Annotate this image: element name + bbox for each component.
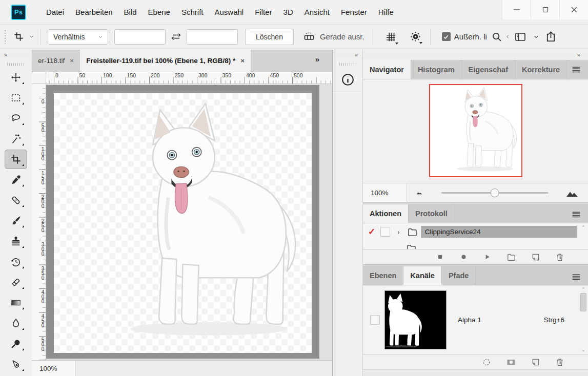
actions-scrollbar[interactable]: ⌃ <box>580 225 587 247</box>
strip-collapse-button[interactable]: « <box>333 50 362 60</box>
close-button[interactable] <box>559 0 588 19</box>
options-grip[interactable] <box>4 30 6 44</box>
record-icon[interactable] <box>459 253 468 261</box>
zoom-out-icon[interactable] <box>415 189 424 197</box>
load-selection-icon[interactable] <box>482 358 491 367</box>
menu-item[interactable]: Fenster <box>335 5 373 19</box>
panel-tab[interactable]: Eigenschaf <box>462 60 515 79</box>
zoom-in-icon[interactable] <box>565 186 579 200</box>
new-channel-icon[interactable] <box>531 358 540 367</box>
panel-tab[interactable]: Ebenen <box>363 266 403 285</box>
panel-tab[interactable]: Protokoll <box>409 204 455 223</box>
horizontal-ruler[interactable]: 050100150200250300350400450500 <box>46 72 332 84</box>
marquee-tool[interactable] <box>5 88 27 108</box>
menu-item[interactable]: Ebene <box>143 5 176 19</box>
channels-scrollbar[interactable]: ⌃ ⌄ <box>580 287 587 352</box>
active-tool-preset[interactable] <box>13 31 35 42</box>
save-selection-as-channel-icon[interactable] <box>506 357 516 367</box>
action-row[interactable]: ✓ › ClippingService24 <box>363 223 588 240</box>
lasso-tool[interactable] <box>5 109 27 128</box>
action-enabled-check-icon[interactable]: ✓ <box>363 226 380 237</box>
menu-item[interactable]: Ansicht <box>299 5 335 19</box>
stop-playback-icon[interactable] <box>436 253 444 261</box>
gradient-tool[interactable] <box>5 293 27 312</box>
document-tab[interactable]: er-118.tif × <box>32 50 80 72</box>
panel-tab[interactable]: Aktionen <box>363 204 409 223</box>
alpha-channel-thumbnail[interactable] <box>384 290 447 349</box>
pen-tool[interactable] <box>5 354 27 374</box>
menu-item[interactable]: 3D <box>278 5 299 19</box>
channel-visibility-checkbox[interactable] <box>370 315 380 325</box>
scrollbar-thumb[interactable] <box>580 293 586 311</box>
ratio-select[interactable]: Verhältnis <box>48 29 108 45</box>
action-dialog-checkbox[interactable] <box>380 227 390 237</box>
magic-wand-tool[interactable] <box>5 129 27 149</box>
crop-height-input[interactable] <box>187 29 238 45</box>
eyedropper-tool[interactable] <box>5 170 27 190</box>
dodge-tool[interactable] <box>5 334 27 353</box>
menu-item[interactable]: Bearbeiten <box>70 5 118 19</box>
close-tab-icon[interactable]: × <box>70 57 74 65</box>
play-icon[interactable] <box>483 253 492 261</box>
straighten-icon[interactable] <box>303 31 315 43</box>
info-panel-button[interactable] <box>333 68 362 92</box>
panels-collapse-button[interactable]: » <box>363 50 588 60</box>
new-action-set-folder-icon[interactable] <box>506 252 516 262</box>
close-tab-icon[interactable]: × <box>240 57 245 65</box>
blur-tool[interactable] <box>5 314 27 333</box>
channel-row[interactable]: Alpha 1 Strg+6 <box>363 285 579 354</box>
crop-settings-gear-icon[interactable] <box>410 31 421 42</box>
tab-overflow-button[interactable]: » <box>306 55 329 64</box>
panel-tab[interactable]: Kanäle <box>403 266 442 285</box>
crop-tool[interactable] <box>5 150 27 169</box>
healing-brush-tool[interactable] <box>5 191 27 210</box>
navigator-thumbnail[interactable] <box>429 84 522 177</box>
menu-item[interactable]: Auswahl <box>209 5 250 19</box>
channels-panel-menu-icon[interactable] <box>571 271 588 283</box>
eraser-tool[interactable] <box>5 273 27 292</box>
minimize-button[interactable] <box>502 0 531 19</box>
image-canvas[interactable] <box>54 93 312 353</box>
swap-dimensions-icon[interactable] <box>171 31 181 42</box>
strip-grip[interactable] <box>339 63 357 66</box>
toolbar-collapse-button[interactable]: » <box>0 50 32 60</box>
canvas-viewport[interactable] <box>46 84 332 360</box>
panel-tab[interactable]: Pfade <box>442 266 476 285</box>
brush-tool[interactable] <box>5 211 27 231</box>
menu-item[interactable]: Schrift <box>176 5 209 19</box>
zoom-slider-thumb[interactable] <box>491 188 499 197</box>
share-icon[interactable] <box>545 31 557 43</box>
delete-cropped-pixels-checkbox[interactable] <box>442 32 451 41</box>
workspace-chevron-down-icon[interactable] <box>533 33 540 40</box>
clone-stamp-tool[interactable] <box>5 232 27 251</box>
move-tool[interactable] <box>5 68 27 87</box>
workspace-icon[interactable] <box>514 31 526 43</box>
toolbar-grip[interactable] <box>7 63 25 66</box>
overlay-grid-icon[interactable] <box>386 31 397 43</box>
menu-item[interactable]: Hilfe <box>373 5 399 19</box>
document-tab[interactable]: Freisteller-119.tif bei 100% (Ebene 1, R… <box>80 50 251 72</box>
navigator-zoom-field[interactable]: 100% <box>363 183 407 202</box>
maximize-button[interactable] <box>531 0 559 19</box>
menu-item[interactable]: Datei <box>40 5 70 19</box>
search-icon[interactable] <box>491 31 502 43</box>
panel-tab[interactable]: Histogram <box>411 60 462 79</box>
panel-tab[interactable]: Korrekture <box>515 60 567 79</box>
navigator-zoom-slider[interactable] <box>432 183 557 202</box>
panel-tab[interactable]: Navigator <box>363 60 411 79</box>
delete-channel-trash-icon[interactable] <box>555 358 564 367</box>
zoom-level-field[interactable]: 100% <box>32 361 76 376</box>
expand-chevron-icon[interactable]: › <box>397 228 400 236</box>
new-action-icon[interactable] <box>531 253 540 262</box>
clear-button[interactable]: Löschen <box>245 29 294 45</box>
navigator-panel-menu-icon[interactable] <box>571 64 588 75</box>
navigator-proxy-view-box[interactable] <box>429 84 522 177</box>
vertical-ruler[interactable]: 050100150200250300350400450500550 <box>32 84 46 360</box>
menu-item[interactable]: Filter <box>249 5 277 19</box>
menu-item[interactable]: Bild <box>118 5 143 19</box>
chevron-left-icon[interactable] <box>504 33 511 40</box>
delete-action-trash-icon[interactable] <box>555 253 564 262</box>
actions-panel-menu-icon[interactable] <box>571 209 588 220</box>
crop-width-input[interactable] <box>114 29 166 45</box>
history-brush-tool[interactable] <box>5 252 27 271</box>
